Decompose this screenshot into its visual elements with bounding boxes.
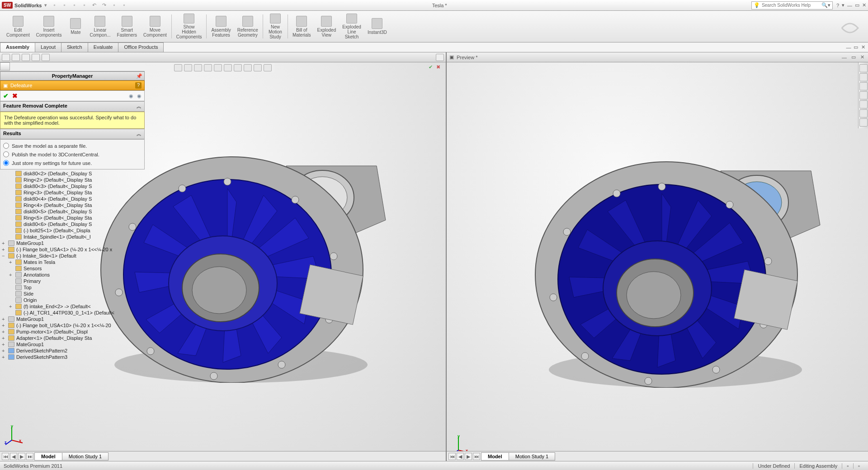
view-orientation-icon[interactable] [214, 64, 222, 71]
tree-item[interactable]: Top [2, 284, 145, 291]
opt-save-separate[interactable]: Save the model as a separate file. [3, 141, 142, 150]
tree-item[interactable]: +MateGroup1 [2, 341, 145, 348]
pin-icon[interactable]: 📌 [136, 73, 142, 79]
minimize-icon[interactable]: — [847, 3, 852, 8]
doc-minimize-icon[interactable]: — [845, 45, 852, 50]
tree-item[interactable]: Ring<4> (Default<_Display Sta [2, 202, 145, 208]
tree-item[interactable]: +DerivedSketchPattern3 [2, 354, 145, 360]
tree-item[interactable]: +(f) intake_End<2> -> (Default< [2, 303, 145, 310]
tab-sketch[interactable]: Sketch [61, 42, 88, 52]
tree-item[interactable]: Side [2, 291, 145, 297]
tree-item[interactable]: (-) bolt25<1> (Default<_Displa [2, 227, 145, 234]
pm-ok-icon[interactable]: ✔ [3, 92, 9, 99]
help-icon[interactable]: ? [836, 3, 839, 8]
tab-nav-prev-icon[interactable]: ◀ [10, 453, 17, 460]
print-icon[interactable]: ▫ [80, 2, 88, 8]
options-icon[interactable]: ▫ [120, 2, 127, 8]
fm-tab-3[interactable] [22, 54, 30, 61]
apply-scene-icon[interactable] [254, 64, 262, 71]
tree-item[interactable]: (-) AI_TCR1_44TP030_0_1<1> (Default< [2, 310, 145, 316]
tree-item[interactable]: +Annotations [2, 272, 145, 278]
mate-button[interactable]: Mate [65, 13, 86, 40]
pm-help-icon[interactable]: ? [135, 82, 142, 89]
tree-item[interactable]: disk80<5> (Default<_Display S [2, 208, 145, 215]
rebuild-icon[interactable]: ▫ [110, 2, 118, 8]
tree-item[interactable]: Sensors [2, 265, 145, 272]
doc-close-icon[interactable]: ✕ [860, 44, 866, 50]
exploded-view-button[interactable]: ExplodedView [315, 13, 339, 40]
taskpane-library-icon[interactable] [859, 73, 868, 81]
tab-nav-last-icon[interactable]: ⏭ [26, 453, 33, 460]
tree-item[interactable]: +Mates in Tesla [2, 259, 145, 265]
tree-item[interactable]: +Adapter<1> (Default<_Display Sta [2, 335, 145, 341]
doc-tab-motion-study[interactable]: Motion Study 1 [62, 452, 108, 461]
insert-components-button[interactable]: InsertComponents [33, 13, 65, 40]
preview-close-icon[interactable]: ✕ [859, 54, 865, 60]
feature-tree[interactable]: disk80<2> (Default<_Display SRing<2> (De… [0, 169, 145, 451]
instant3d-button[interactable]: Instant3D [365, 13, 390, 40]
filter-icon[interactable] [0, 62, 10, 70]
taskpane-resources-icon[interactable] [859, 64, 868, 72]
smart-fasteners-button[interactable]: SmartFasteners [114, 13, 140, 40]
preview-restore-icon[interactable]: ▭ [850, 54, 857, 60]
opt-store-settings[interactable]: Just store my settings for future use. [3, 159, 142, 167]
tree-item[interactable]: −(-) Intake_Side<1> (Default [2, 253, 145, 259]
redo-icon[interactable]: ↷ [100, 2, 108, 8]
tree-item[interactable]: +DerivedSketchPattern2 [2, 348, 145, 354]
pm-next-icon[interactable]: ◉ [137, 93, 142, 99]
view-settings-icon[interactable] [264, 64, 272, 71]
pm-section-feature-removal[interactable]: Feature Removal Complete︽ [0, 101, 145, 112]
doc-tab-model[interactable]: Model [34, 452, 62, 461]
status-unit-icon[interactable]: ▫ [842, 463, 853, 469]
fm-tab-5[interactable] [42, 54, 50, 61]
hide-show-icon[interactable] [234, 64, 242, 71]
save-icon[interactable]: ▫ [71, 2, 78, 8]
move-component-button[interactable]: MoveComponent [141, 13, 170, 40]
tree-item[interactable]: Ring<2> (Default<_Display Sta [2, 177, 145, 183]
tree-item[interactable]: +MateGroup1 [2, 316, 145, 322]
search-input[interactable] [762, 3, 820, 8]
taskpane-appearances-icon[interactable] [859, 100, 868, 108]
close-icon[interactable]: ✕ [862, 2, 866, 8]
zoom-fit-icon[interactable] [174, 64, 182, 71]
r-doc-tab-motion-study[interactable]: Motion Study 1 [509, 452, 555, 461]
tree-item[interactable]: disk80<3> (Default<_Display S [2, 183, 145, 189]
new-motion-study-button[interactable]: NewMotionStudy [265, 13, 286, 40]
tree-item[interactable]: +Pump-motor<1> (Default<_Displ [2, 329, 145, 335]
display-style-icon[interactable] [224, 64, 232, 71]
edit-appearance-icon[interactable] [244, 64, 252, 71]
prev-view-icon[interactable] [194, 64, 202, 71]
tree-item[interactable]: +MateGroup1 [2, 240, 145, 246]
tab-layout[interactable]: Layout [35, 42, 61, 52]
preview-minimize-icon[interactable]: — [841, 55, 848, 60]
linear-component-button[interactable]: LinearCompon... [87, 13, 113, 40]
taskpane-view-palette-icon[interactable] [859, 91, 868, 99]
r-tab-nav-first-icon[interactable]: ⏮ [448, 453, 456, 460]
exploded-line-sketch-button[interactable]: ExplodedLineSketch [340, 13, 364, 40]
tree-item[interactable]: Ring<3> (Default<_Display Sta [2, 189, 145, 196]
r-doc-tab-model[interactable]: Model [481, 452, 509, 461]
assembly-features-button[interactable]: AssemblyFeatures [208, 13, 233, 40]
maximize-icon[interactable]: ▭ [855, 2, 859, 8]
r-tab-nav-prev-icon[interactable]: ◀ [457, 453, 464, 460]
taskpane-custom-props-icon[interactable] [859, 109, 868, 118]
show-hidden-button[interactable]: ShowHiddenComponents [174, 13, 205, 40]
confirm-ok-icon[interactable]: ✔ [429, 64, 433, 70]
edit-component-button[interactable]: EditComponent [4, 13, 33, 40]
doc-restore-icon[interactable]: ▭ [853, 44, 859, 50]
confirm-cancel-icon[interactable]: ✖ [436, 64, 440, 70]
zoom-area-icon[interactable] [184, 64, 192, 71]
qat-dropdown-icon[interactable]: ▾ [44, 2, 47, 8]
preview-viewport[interactable]: xyz [447, 62, 868, 461]
r-tab-nav-last-icon[interactable]: ⏭ [473, 453, 480, 460]
tree-item[interactable]: +(-) Flange bolt_USA<10> (¼-20 x 1<<¼-20 [2, 322, 145, 329]
tab-nav-first-icon[interactable]: ⏮ [2, 453, 9, 460]
tree-item[interactable]: disk80<2> (Default<_Display S [2, 170, 145, 177]
tree-item[interactable]: Primary [2, 278, 145, 284]
help-dropdown-icon[interactable]: ▾ [842, 2, 844, 8]
fm-tab-2[interactable] [12, 54, 20, 61]
status-custom-icon[interactable]: ▫ [853, 463, 864, 469]
tab-assembly[interactable]: Assembly [0, 42, 35, 52]
bill-of-materials-button[interactable]: Bill ofMaterials [290, 13, 314, 40]
section-view-icon[interactable] [204, 64, 212, 71]
